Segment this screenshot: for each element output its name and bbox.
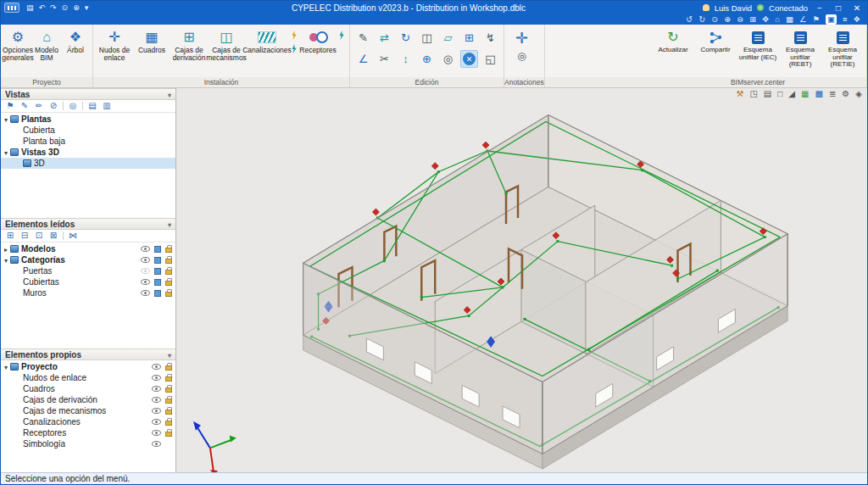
shadows-icon[interactable]: ◢ <box>788 89 795 99</box>
lock-icon[interactable] <box>165 410 172 415</box>
actualizar-button[interactable]: ↻ Actualizar <box>652 27 694 55</box>
esquema-rebt-button[interactable]: Esquema unifilar (REBT) <box>779 27 821 70</box>
esquema-retie-button[interactable]: Esquema unifilar (RETIE) <box>821 27 864 70</box>
hide-all-icon[interactable]: ⊠ <box>48 230 58 242</box>
print-icon[interactable]: ▤ <box>764 89 771 99</box>
zoom-window-icon[interactable]: ⊞ <box>749 14 756 25</box>
flag-icon[interactable]: ⚑ <box>5 100 15 112</box>
tree-item-cuadros[interactable]: Cuadros <box>1 383 175 394</box>
viewport-3d[interactable]: ⚒ ◳ ▤ □ ◢ ▦ ▩ ≣ ⚙ ◈ <box>176 88 867 472</box>
solid-view-icon[interactable] <box>154 246 161 253</box>
show-all-icon[interactable]: ⊡ <box>34 230 44 242</box>
edit-icon[interactable]: ✎ <box>354 29 372 47</box>
zoom-icon[interactable]: ⊙ <box>62 3 69 13</box>
user-name[interactable]: Luis David <box>715 3 752 13</box>
undo-icon[interactable]: ↶ <box>39 3 46 13</box>
tree-item-planta-baja[interactable]: Planta baja <box>1 136 175 147</box>
tree-item-canalizaciones[interactable]: Canalizaciones <box>1 416 175 427</box>
expand-icon[interactable] <box>4 114 8 124</box>
section-box-icon[interactable]: ◳ <box>749 89 757 99</box>
new-view-icon[interactable]: ✏ <box>34 100 44 112</box>
tree-item-3d[interactable]: 3D <box>1 158 175 169</box>
stretch-icon[interactable]: ↕ <box>397 50 415 68</box>
print-view-icon[interactable]: ▥ <box>102 100 112 112</box>
receptores-assign-icon[interactable] <box>338 31 345 40</box>
solid-view-icon[interactable] <box>154 279 161 286</box>
visibility-icon[interactable] <box>152 430 161 436</box>
visibility-icon[interactable] <box>152 408 161 414</box>
visibility-icon[interactable] <box>152 419 161 425</box>
render-icon[interactable]: ◈ <box>855 89 862 99</box>
solid-view-icon[interactable] <box>154 268 161 275</box>
visibility-icon[interactable] <box>141 246 150 252</box>
edit-view-icon[interactable]: ✎ <box>19 100 30 112</box>
cuadros-button[interactable]: ▦ Cuadros <box>133 27 170 55</box>
connection-status[interactable]: Conectado <box>769 3 808 13</box>
white-mode-icon[interactable]: □ <box>777 89 782 99</box>
tree-item-simbologia[interactable]: Simbología <box>1 438 175 449</box>
annotate-move-icon[interactable]: ✛ <box>515 29 528 47</box>
tree-item-modelos[interactable]: Modelos <box>1 243 175 254</box>
collapse-panel-icon[interactable] <box>168 90 171 99</box>
esquema-iec-button[interactable]: Esquema unifilar (IEC) <box>737 27 779 62</box>
visibility-icon[interactable] <box>152 386 161 392</box>
visibility-icon[interactable] <box>141 290 150 296</box>
orbit-left-icon[interactable]: ↺ <box>686 14 693 25</box>
array-icon[interactable]: ⊞ <box>460 29 478 47</box>
lock-icon[interactable] <box>165 421 172 426</box>
delete-view-icon[interactable]: ⊘ <box>48 100 58 112</box>
trim-icon[interactable]: ✂ <box>376 50 393 68</box>
tree-item-vistas-3d[interactable]: Vistas 3D <box>1 147 175 158</box>
expand-icon[interactable] <box>4 362 8 371</box>
menu-chevron-icon[interactable]: ▾ <box>85 3 89 13</box>
insert-icon[interactable]: ⊕ <box>418 50 436 68</box>
reference-icon[interactable]: ◎ <box>439 50 457 68</box>
home-view-icon[interactable]: ⌂ <box>775 14 780 25</box>
modelo-bim-button[interactable]: ⌂ Modelo BIM <box>32 27 61 63</box>
cajas-mecanismos-button[interactable]: ◫ Cajas de mecanismos <box>208 27 245 63</box>
collapse-panel-icon[interactable] <box>168 350 171 360</box>
lock-icon[interactable] <box>165 376 172 382</box>
visibility-icon[interactable] <box>152 397 161 403</box>
canalizaciones-edit-icon[interactable] <box>291 31 298 40</box>
views-icon[interactable]: ▦ <box>786 14 793 25</box>
redo-icon[interactable]: ↷ <box>50 3 57 13</box>
nudos-de-enlace-button[interactable]: ✛ Nudos de enlace <box>96 27 133 63</box>
layers-icon[interactable]: ≣ <box>829 89 836 99</box>
lock-icon[interactable] <box>165 432 172 437</box>
visibility-icon[interactable] <box>152 375 161 381</box>
tree-item-puertas[interactable]: Puertas <box>1 265 175 276</box>
save-icon[interactable]: ▤ <box>26 3 34 13</box>
visibility-icon[interactable] <box>152 364 161 370</box>
close-button[interactable]: ✕ <box>850 3 864 14</box>
cajas-derivacion-button[interactable]: ⊞ Cajas de derivación <box>170 27 208 63</box>
copy-icon[interactable]: ◫ <box>418 29 436 47</box>
visibility-icon[interactable] <box>141 257 150 263</box>
search-view-icon[interactable]: ◎ <box>68 100 78 112</box>
texture-icon[interactable]: ▩ <box>815 89 822 99</box>
mirror-icon[interactable]: ⇄ <box>376 29 393 47</box>
panel-header-vistas[interactable]: Vistas <box>1 88 175 100</box>
lock-icon[interactable] <box>165 365 172 371</box>
tree-item-plantas[interactable]: Plantas <box>1 114 175 125</box>
break-icon[interactable]: ↯ <box>481 29 499 47</box>
lock-icon[interactable] <box>165 281 172 286</box>
duplicate-view-icon[interactable]: ▤ <box>87 100 97 112</box>
tools-icon[interactable]: ⚒ <box>736 89 743 99</box>
collapse-panel-icon[interactable] <box>168 220 171 229</box>
tree-item-categorias[interactable]: Categorías <box>1 254 175 265</box>
solid-view-icon[interactable] <box>154 290 161 297</box>
visibility-icon[interactable] <box>141 268 150 274</box>
expand-icon[interactable] <box>4 255 8 265</box>
pin-icon[interactable]: ❖ <box>853 14 860 25</box>
zoom-realtime-icon[interactable]: ⊙ <box>711 14 718 25</box>
grid-icon[interactable]: ▦ <box>801 89 809 99</box>
lock-icon[interactable] <box>165 248 172 253</box>
zoom-out-icon[interactable]: ⊖ <box>737 14 743 25</box>
annotate-zoom-icon[interactable]: ◎ <box>517 50 526 62</box>
minimize-button[interactable]: − <box>813 3 826 14</box>
lock-icon[interactable] <box>165 292 172 297</box>
angle-icon[interactable]: ∠ <box>354 50 372 68</box>
cancel-icon[interactable]: ✕ <box>460 50 478 68</box>
lock-icon[interactable] <box>165 259 172 264</box>
